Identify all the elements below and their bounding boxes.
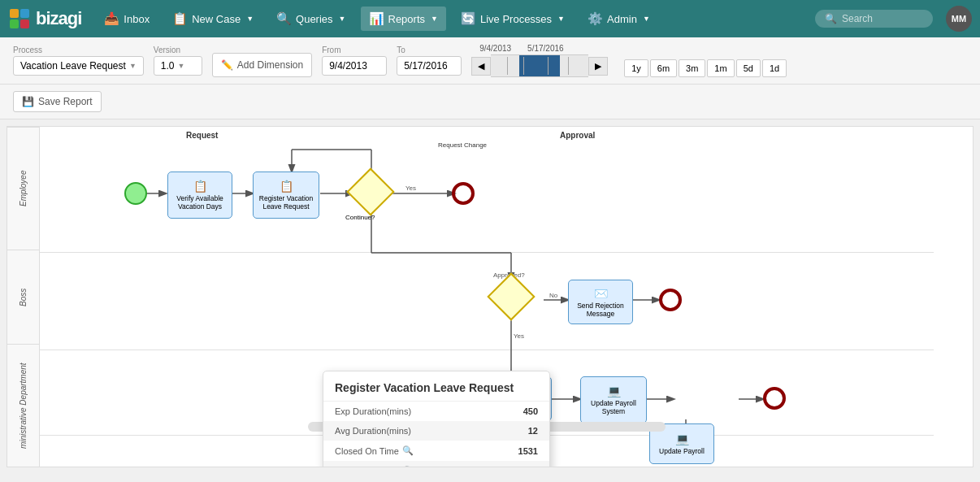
svg-rect-1 xyxy=(20,9,29,18)
timeline-next[interactable]: ▶ xyxy=(588,57,608,76)
to-label: To xyxy=(397,46,462,54)
popup-value-1: 12 xyxy=(528,426,538,436)
task-icon-verify: 📋 xyxy=(193,180,207,193)
search-icon-closed-on-time[interactable]: 🔍 xyxy=(402,445,414,456)
continue-label: Continue? xyxy=(345,214,375,221)
nav-admin[interactable]: ⚙️ Admin ▼ xyxy=(579,7,658,31)
dimension-icon: ✏️ xyxy=(221,59,233,71)
verify-vacation-task[interactable]: 📋 Verify Available Vacation Days xyxy=(167,172,232,219)
nav-reports[interactable]: 📊 Reports ▼ xyxy=(361,7,446,31)
task-icon-rejection: ✉️ xyxy=(594,287,608,300)
to-input[interactable] xyxy=(397,56,462,76)
logo-icon xyxy=(8,7,31,30)
timeline-tick-3 xyxy=(548,57,549,75)
new-case-icon: 📋 xyxy=(172,11,188,26)
inbox-icon: 📥 xyxy=(104,11,119,26)
diagram-content[interactable]: Request Approval Request Change xyxy=(40,127,973,467)
popup-row-0: Exp Duration(mins) 450 xyxy=(323,402,549,421)
admin-arrow: ▼ xyxy=(643,15,650,23)
process-select[interactable]: Vacation Leave Request ▼ xyxy=(13,56,144,76)
time-1m[interactable]: 1m xyxy=(707,59,734,77)
search-icon-closed-overdue[interactable]: 🔍 xyxy=(403,466,414,467)
save-row: 💾 Save Report xyxy=(0,85,980,119)
search-icon: 🔍 xyxy=(825,13,837,24)
timeline-track[interactable] xyxy=(491,54,588,77)
time-1y[interactable]: 1y xyxy=(624,59,648,77)
popup-label-2: Closed On Time 🔍 xyxy=(335,445,414,456)
search-input[interactable] xyxy=(842,13,923,24)
toolbar: Process Vacation Leave Request ▼ Version… xyxy=(0,37,980,85)
time-1d[interactable]: 1d xyxy=(762,59,787,77)
live-processes-arrow: ▼ xyxy=(557,15,565,23)
diagram-inner: Request Approval Request Change xyxy=(40,127,934,436)
timeline-prev[interactable]: ◀ xyxy=(471,57,491,76)
send-rejection-task[interactable]: ✉️ Send Rejection Message xyxy=(568,280,633,324)
popup-label-1: Avg Duration(mins) xyxy=(335,426,411,436)
reports-arrow: ▼ xyxy=(431,15,438,23)
process-arrow: ▼ xyxy=(129,62,137,70)
time-3m[interactable]: 3m xyxy=(679,59,705,77)
svg-rect-3 xyxy=(20,20,29,28)
popup-value-0: 450 xyxy=(523,406,538,416)
process-label: Process xyxy=(13,46,144,54)
search-box[interactable]: 🔍 xyxy=(815,10,933,28)
timeline-dates: 9/4/2013 5/17/2016 xyxy=(471,44,608,53)
from-group: From xyxy=(322,46,387,76)
timeline-thumb xyxy=(519,55,560,76)
end-event-boss xyxy=(659,289,682,311)
end-event-admin xyxy=(763,387,786,410)
from-input[interactable] xyxy=(322,56,387,76)
save-report-button[interactable]: 💾 Save Report xyxy=(13,91,102,112)
admin-icon: ⚙️ xyxy=(588,11,603,26)
nav-live-processes[interactable]: 🔄 Live Processes ▼ xyxy=(453,7,573,31)
update-payroll-task[interactable]: 💻 Update Payroll System xyxy=(580,376,647,423)
from-label: From xyxy=(322,46,387,54)
top-navigation: bizagi 📥 Inbox 📋 New Case ▼ 🔍 Queries ▼ … xyxy=(0,0,980,37)
popup-card: Register Vacation Leave Request Exp Dura… xyxy=(323,371,550,467)
user-avatar[interactable]: MM xyxy=(946,6,972,32)
popup-label-0: Exp Duration(mins) xyxy=(335,406,411,416)
time-6m[interactable]: 6m xyxy=(650,59,677,77)
process-group: Process Vacation Leave Request ▼ xyxy=(13,46,144,76)
nav-inbox[interactable]: 📥 Inbox xyxy=(96,7,158,31)
time-range-buttons: 1y 6m 3m 1m 5d 1d xyxy=(624,59,787,77)
request-section-label: Request xyxy=(186,131,218,140)
start-event xyxy=(124,182,147,205)
nav-queries[interactable]: 🔍 Queries ▼ xyxy=(268,7,353,31)
popup-row-1: Avg Duration(mins) 12 xyxy=(323,421,549,441)
diagram-container: Employee Boss ministrative Department Re… xyxy=(7,126,973,467)
popup-value-2: 1531 xyxy=(518,446,538,456)
popup-row-3: Closed Overdue 🔍 312 xyxy=(323,461,549,467)
swimlane-labels: Employee Boss ministrative Department xyxy=(7,127,40,467)
version-group: Version 1.0 ▼ xyxy=(154,46,202,76)
approval-section-label: Approval xyxy=(560,131,595,140)
popup-title: Register Vacation Leave Request xyxy=(323,371,549,402)
logo: bizagi xyxy=(8,7,81,30)
queries-icon: 🔍 xyxy=(276,11,292,26)
timeline-group: 9/4/2013 5/17/2016 ◀ ▶ xyxy=(471,44,608,77)
request-change-label: Request Change xyxy=(438,141,487,149)
svg-rect-2 xyxy=(10,20,19,28)
timeline-tick-1 xyxy=(507,57,508,75)
continue-gateway[interactable]: Continue? xyxy=(352,173,389,211)
time-5d[interactable]: 5d xyxy=(736,59,761,77)
save-icon: 💾 xyxy=(22,96,34,107)
to-group: To xyxy=(397,46,462,76)
approved-gateway[interactable] xyxy=(492,278,530,315)
popup-label-3: Closed Overdue 🔍 xyxy=(335,466,414,467)
swimlane-employee-label: Employee xyxy=(7,127,39,250)
nav-new-case[interactable]: 📋 New Case ▼ xyxy=(164,7,262,31)
end-event-employee xyxy=(452,182,475,205)
add-dimension-button[interactable]: ✏️ Add Dimension xyxy=(212,53,312,77)
task-icon-register: 📋 xyxy=(280,180,293,193)
timeline-control[interactable]: ◀ ▶ xyxy=(471,54,608,77)
queries-arrow: ▼ xyxy=(339,15,346,23)
live-processes-icon: 🔄 xyxy=(461,11,476,26)
timeline-tick-2 xyxy=(523,57,524,75)
swim-row-boss xyxy=(40,253,934,350)
version-label: Version xyxy=(154,46,202,54)
register-vacation-task[interactable]: 📋 Register Vacation Leave Request xyxy=(253,172,319,219)
swimlane-boss-label: Boss xyxy=(7,250,39,344)
version-select[interactable]: 1.0 ▼ xyxy=(154,56,202,76)
popup-row-2: Closed On Time 🔍 1531 xyxy=(323,441,549,461)
